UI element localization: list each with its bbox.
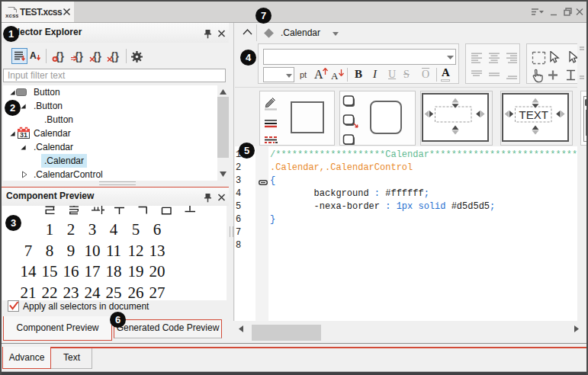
svg-text:31: 31 [20,131,27,139]
svg-text:A: A [30,50,37,61]
svg-text:{}: {} [75,50,83,62]
svg-text:{}: {} [111,50,119,62]
svg-text:{}: {} [56,50,64,62]
svg-text:TEXT: TEXT [519,108,548,121]
svg-text:{}: {} [93,50,101,62]
svg-text:xcss: xcss [5,12,18,18]
